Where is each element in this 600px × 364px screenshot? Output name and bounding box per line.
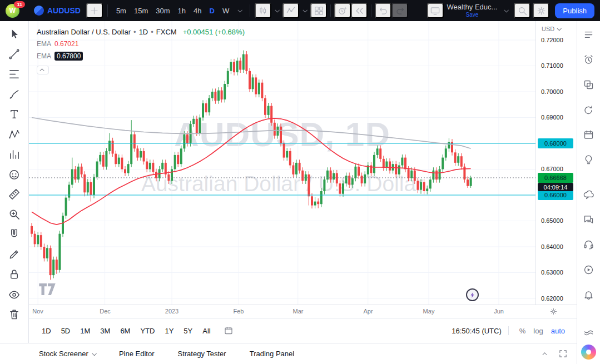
layout-chevron-icon[interactable]: [500, 3, 512, 18]
interval-30m-button[interactable]: 30m: [152, 3, 173, 18]
calendar-icon: [583, 129, 594, 142]
top-toolbar: W 11 AUDUSD 5m15m30m1h4hDW Wealthy Educ.…: [0, 0, 600, 21]
interval-4h-button[interactable]: 4h: [190, 3, 205, 18]
tool-zoom-button[interactable]: [5, 206, 24, 225]
tool-cursor-button[interactable]: [5, 26, 24, 44]
range-6M-button[interactable]: 6M: [115, 325, 135, 337]
scale-auto-button[interactable]: auto: [547, 325, 569, 337]
rail-chat-button[interactable]: [580, 212, 598, 230]
legend-title-row[interactable]: Australian Dollar / U.S. Dollar • 1D • F…: [37, 28, 245, 36]
rail-minds-button[interactable]: [580, 187, 598, 205]
tool-xabcd-button[interactable]: [5, 126, 24, 144]
rail-watchlist-button[interactable]: [580, 27, 598, 44]
undo-icon[interactable]: [375, 3, 391, 18]
scale-%-button[interactable]: %: [515, 325, 530, 337]
time-axis[interactable]: NovDec2023FebMarAprMayJun: [29, 305, 577, 318]
rail-alerts-button[interactable]: [580, 52, 598, 69]
interval-menu-chevron-icon[interactable]: [234, 3, 245, 18]
ema-label: EMA: [37, 40, 51, 48]
tool-eye-button[interactable]: [5, 286, 24, 305]
legend-collapse-button[interactable]: [37, 66, 49, 74]
layout-monitor-button[interactable]: [427, 3, 444, 18]
symbol-search-button[interactable]: AUDUSD: [29, 3, 85, 18]
tab-strategy-tester[interactable]: Strategy Tester: [177, 350, 226, 358]
ai-assistant-icon[interactable]: [581, 345, 596, 360]
range-1M-button[interactable]: 1M: [75, 325, 95, 337]
rail-ideas-button[interactable]: [580, 152, 598, 169]
chart-pane[interactable]: AUDUSD, 1D Australian Dollar / U.S. Doll…: [29, 21, 535, 305]
tool-trend-line-button[interactable]: [5, 46, 24, 64]
interval-15m-button[interactable]: 15m: [130, 3, 152, 18]
range-5Y-button[interactable]: 5Y: [178, 325, 197, 337]
bottom-widget-icon: [583, 326, 594, 339]
candles-chevron-icon[interactable]: [271, 3, 282, 18]
tab-trading-panel[interactable]: Trading Panel: [250, 350, 294, 358]
tool-emoji-button[interactable]: [5, 166, 24, 185]
price-axis[interactable]: USD 0.720000.710000.700000.690000.680000…: [535, 21, 577, 305]
publish-button[interactable]: Publish: [555, 3, 594, 18]
notification-count-badge: 11: [14, 1, 25, 8]
tool-text-button[interactable]: [5, 106, 24, 124]
tab-pine-editor[interactable]: Pine Editor: [119, 350, 155, 358]
minds-icon: [583, 189, 594, 202]
compare-add-symbol-button[interactable]: [86, 3, 103, 18]
rail-support-button[interactable]: [580, 237, 598, 255]
range-3M-button[interactable]: 3M: [95, 325, 115, 337]
panel-expand-chevron-button[interactable]: [544, 352, 547, 356]
interval-D-button[interactable]: D: [205, 3, 218, 18]
legend-ema-row[interactable]: EMA0.67800: [37, 52, 245, 61]
tool-magnet-button[interactable]: [5, 226, 24, 245]
replay-icon[interactable]: [351, 3, 368, 18]
range-5D-button[interactable]: 5D: [56, 325, 76, 337]
legend-ema-row[interactable]: EMA0.67021: [37, 40, 245, 48]
flash-boost-button[interactable]: [466, 288, 479, 301]
ema-label: EMA: [37, 52, 51, 60]
tradingview-logo[interactable]: [39, 283, 56, 297]
user-menu-button[interactable]: W 11: [6, 4, 19, 18]
candles-icon[interactable]: [255, 3, 271, 18]
interval-W-button[interactable]: W: [219, 3, 233, 18]
range-bar-divider: [508, 326, 509, 335]
tool-lock-button[interactable]: [5, 266, 24, 285]
legend-exchange: FXCM: [156, 28, 177, 36]
rail-streams-button[interactable]: [580, 262, 598, 280]
rail-notifications-button[interactable]: [580, 287, 598, 305]
rail-data-window-button[interactable]: [580, 77, 598, 94]
tool-trash-button[interactable]: [5, 306, 24, 325]
range-1Y-button[interactable]: 1Y: [160, 325, 178, 337]
rail-hotlists-button[interactable]: [580, 102, 598, 119]
search-button[interactable]: [514, 3, 530, 18]
indicators-chevron-icon[interactable]: [299, 3, 310, 18]
scale-log-button[interactable]: log: [529, 325, 547, 337]
indicators-icon[interactable]: [282, 3, 299, 18]
settings-button[interactable]: [533, 3, 549, 18]
layout-name-button[interactable]: Wealthy Educ... Save: [447, 3, 498, 17]
currency-selector[interactable]: USD: [542, 26, 561, 32]
tool-brush-button[interactable]: [5, 86, 24, 104]
range-YTD-button[interactable]: YTD: [135, 325, 160, 337]
range-All-button[interactable]: All: [197, 325, 215, 337]
interval-5m-button[interactable]: 5m: [112, 3, 130, 18]
tool-measure-button[interactable]: [5, 186, 24, 205]
axis-settings-gear-icon[interactable]: [549, 307, 558, 316]
interval-1h-button[interactable]: 1h: [174, 3, 190, 18]
price-level-badge[interactable]: 0.66000: [538, 190, 573, 200]
goto-date-calendar-icon[interactable]: [224, 326, 234, 336]
tab-stock-screener[interactable]: Stock Screener: [39, 350, 96, 358]
tool-draw-button[interactable]: [5, 246, 24, 265]
rail-calendar-button[interactable]: [580, 127, 598, 144]
last-price-badge[interactable]: 0.66668: [538, 173, 573, 183]
redo-icon[interactable]: [391, 3, 408, 18]
alert-icon[interactable]: [334, 3, 351, 18]
save-label[interactable]: Save: [466, 12, 479, 18]
range-1D-button[interactable]: 1D: [37, 325, 56, 337]
layout-grid-icon[interactable]: [310, 3, 327, 18]
interval-group: 5m15m30m1h4hDW: [112, 3, 233, 18]
tool-forecast-button[interactable]: [5, 146, 24, 164]
price-level-badge[interactable]: 0.68000: [538, 138, 573, 148]
rail-bottom-widget-button[interactable]: [580, 323, 598, 341]
panel-fullscreen-button[interactable]: [558, 349, 568, 358]
clock-label[interactable]: 16:50:45 (UTC): [452, 327, 502, 335]
alerts-icon: [583, 54, 594, 67]
tool-fib-button[interactable]: [5, 66, 24, 84]
